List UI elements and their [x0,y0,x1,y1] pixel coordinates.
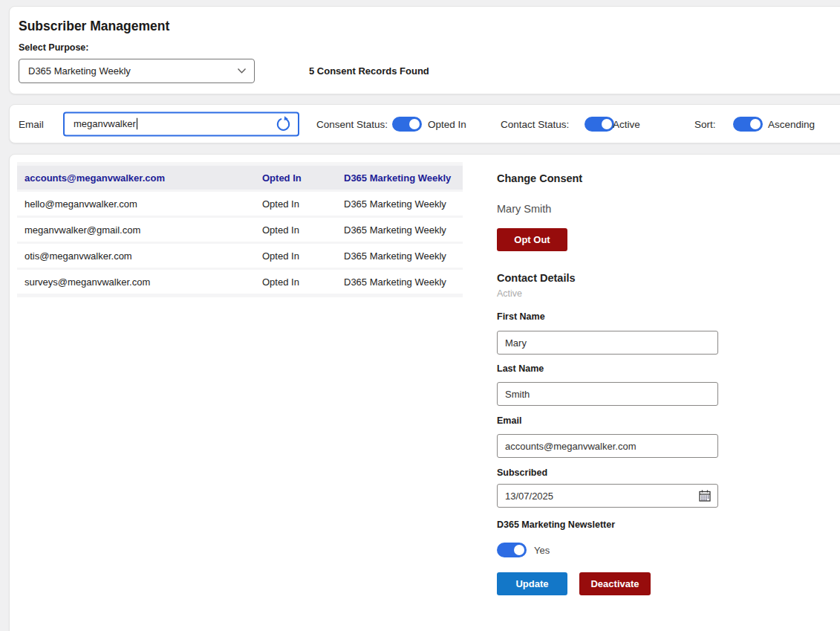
contact-status-toggle[interactable] [585,117,614,132]
page-title: Subscriber Management [19,19,840,34]
text-caret [137,118,137,130]
consent-status-value: Opted In [428,118,466,129]
contact-status-text: Active [497,288,522,299]
calendar-icon[interactable] [698,489,712,502]
row-email: surveys@meganvwalker.com [17,276,262,288]
sort-value: Ascending [768,118,815,129]
table-row[interactable]: accounts@meganvwalker.com Opted In D365 … [17,166,463,190]
deactivate-button[interactable]: Deactivate [579,572,651,595]
last-name-label: Last Name [497,363,544,374]
opt-out-button[interactable]: Opt Out [497,228,567,251]
newsletter-toggle-value: Yes [534,545,550,556]
filter-bar: Email meganvwalker Consent Status: Opted… [9,104,840,143]
main-card: accounts@meganvwalker.com Opted In D365 … [9,154,840,631]
contact-status-value: Active [613,118,640,129]
consent-status-label: Consent Status: [316,118,388,129]
email-filter-label: Email [19,118,44,129]
subscribed-label: Subscribed [497,467,547,478]
contact-status-label: Contact Status: [501,118,569,129]
row-status: Opted In [262,224,344,236]
table-row[interactable]: meganvwalker@gmail.com Opted In D365 Mar… [17,218,463,242]
update-button[interactable]: Update [497,572,567,595]
table-row[interactable]: surveys@meganvwalker.com Opted In D365 M… [17,270,463,294]
row-purpose: D365 Marketing Weekly [344,198,463,210]
first-name-field[interactable] [497,331,718,355]
row-purpose: D365 Marketing Weekly [344,276,463,288]
email-field[interactable] [497,434,718,458]
purpose-label: Select Purpose: [19,42,840,53]
table-row[interactable]: otis@meganvwalker.com Opted In D365 Mark… [17,244,463,268]
sort-label: Sort: [694,118,716,129]
subscriber-table: accounts@meganvwalker.com Opted In D365 … [17,162,463,297]
first-name-label: First Name [497,311,545,322]
row-purpose: D365 Marketing Weekly [344,172,463,184]
refresh-icon[interactable] [275,115,292,132]
records-count: 5 Consent Records Found [309,65,429,77]
detail-panel: Change Consent Mary Smith Opt Out Contac… [497,155,735,631]
subscriber-management-page: { "colors": { "accent-blue": "#2d6ce3", … [0,0,840,631]
purpose-dropdown[interactable]: D365 Marketing Weekly [19,59,255,83]
chevron-down-icon [237,65,247,77]
purpose-dropdown-value: D365 Marketing Weekly [28,65,237,77]
row-status: Opted In [262,172,344,184]
sort-toggle[interactable] [733,117,763,132]
subscribed-date-field[interactable] [497,484,718,508]
header-card: Subscriber Management Select Purpose: D3… [9,6,840,94]
change-consent-heading: Change Consent [497,172,582,184]
email-label: Email [497,415,521,426]
row-purpose: D365 Marketing Weekly [344,224,463,236]
consent-status-toggle[interactable] [392,117,422,132]
newsletter-label: D365 Marketing Newsletter [497,520,615,530]
newsletter-toggle[interactable] [497,543,527,557]
contact-name: Mary Smith [497,203,551,215]
contact-details-heading: Contact Details [497,272,576,284]
row-email: otis@meganvwalker.com [17,250,262,262]
table-row[interactable]: hello@meganvwalker.com Opted In D365 Mar… [17,192,463,216]
row-status: Opted In [262,198,344,210]
email-search-input[interactable]: meganvwalker [63,111,299,136]
row-status: Opted In [262,250,344,262]
email-search-value: meganvwalker [74,117,136,129]
row-purpose: D365 Marketing Weekly [344,250,463,262]
row-email: accounts@meganvwalker.com [17,172,262,184]
last-name-field[interactable] [497,382,718,406]
row-status: Opted In [262,276,344,288]
row-email: meganvwalker@gmail.com [17,224,262,236]
row-email: hello@meganvwalker.com [17,198,262,210]
